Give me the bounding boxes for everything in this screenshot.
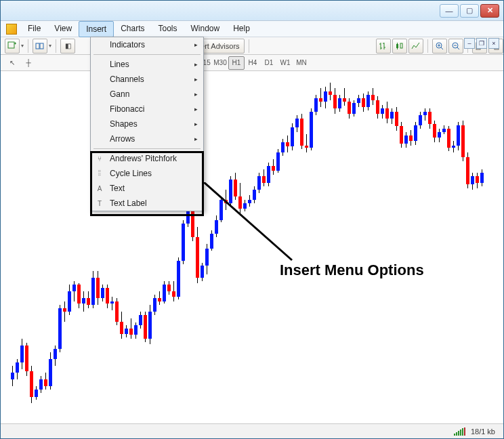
profiles-icon[interactable] bbox=[33, 39, 47, 54]
menu-insert[interactable]: Insert bbox=[79, 21, 114, 37]
titlebar: — ▢ ✕ bbox=[1, 1, 503, 21]
crosshair-icon[interactable]: ┼ bbox=[21, 56, 36, 70]
cycles-icon: ⦙⦙ bbox=[95, 169, 104, 178]
timeframe-h4[interactable]: H4 bbox=[245, 56, 261, 70]
app-window: — ▢ ✕ FileViewInsertChartsToolsWindowHel… bbox=[0, 0, 504, 439]
svg-rect-0 bbox=[8, 42, 14, 48]
mdi-minimize-button[interactable]: – bbox=[464, 38, 475, 49]
app-icon bbox=[6, 24, 17, 35]
cursor-icon[interactable]: ↖ bbox=[5, 56, 20, 70]
maximize-button[interactable]: ▢ bbox=[460, 4, 479, 18]
text-icon: A bbox=[95, 184, 104, 193]
menu-item-gann[interactable]: Gann▸ bbox=[91, 87, 203, 102]
menu-item-andrews-pitchfork[interactable]: ⑂Andrews' Pitchfork bbox=[91, 151, 203, 166]
submenu-arrow-icon: ▸ bbox=[194, 76, 198, 83]
submenu-arrow-icon: ▸ bbox=[194, 91, 198, 98]
menu-tools[interactable]: Tools bbox=[152, 21, 184, 37]
timeframe-d1[interactable]: D1 bbox=[261, 56, 277, 70]
timeframe-w1[interactable]: W1 bbox=[277, 56, 293, 70]
menu-item-text[interactable]: AText bbox=[91, 181, 203, 196]
connection-signal-icon bbox=[454, 427, 465, 436]
menubar: FileViewInsertChartsToolsWindowHelp bbox=[1, 21, 503, 37]
new-chart-icon[interactable] bbox=[5, 39, 20, 54]
zoom-in-icon[interactable] bbox=[432, 39, 447, 54]
bar-chart-icon[interactable] bbox=[376, 39, 391, 54]
timeframe-mn[interactable]: MN bbox=[293, 56, 310, 70]
pitchfork-icon: ⑂ bbox=[95, 154, 104, 163]
svg-rect-2 bbox=[40, 43, 43, 49]
insert-menu-dropdown: Indicators▸Lines▸Channels▸Gann▸Fibonacci… bbox=[90, 37, 204, 211]
svg-rect-1 bbox=[36, 43, 39, 49]
menu-item-shapes[interactable]: Shapes▸ bbox=[91, 117, 203, 131]
menu-item-indicators[interactable]: Indicators▸ bbox=[91, 37, 203, 52]
minimize-button[interactable]: — bbox=[440, 4, 459, 18]
svg-rect-3 bbox=[396, 44, 398, 48]
menu-item-arrows[interactable]: Arrows▸ bbox=[91, 131, 203, 146]
menu-item-fibonacci[interactable]: Fibonacci▸ bbox=[91, 102, 203, 117]
label-icon: T bbox=[95, 198, 104, 208]
svg-rect-4 bbox=[400, 43, 402, 48]
mdi-window-controls: – ❐ × bbox=[464, 38, 499, 49]
menu-help[interactable]: Help bbox=[226, 21, 257, 37]
close-button[interactable]: ✕ bbox=[480, 4, 499, 18]
submenu-arrow-icon: ▸ bbox=[194, 41, 198, 48]
submenu-arrow-icon: ▸ bbox=[194, 61, 198, 68]
submenu-arrow-icon: ▸ bbox=[194, 135, 198, 142]
menu-file[interactable]: File bbox=[21, 21, 47, 37]
menu-view[interactable]: View bbox=[47, 21, 79, 37]
menu-item-lines[interactable]: Lines▸ bbox=[91, 57, 203, 72]
menu-charts[interactable]: Charts bbox=[114, 21, 151, 37]
menu-item-cycle-lines[interactable]: ⦙⦙Cycle Lines bbox=[91, 166, 203, 181]
submenu-arrow-icon: ▸ bbox=[194, 121, 198, 127]
statusbar: 18/1 kb bbox=[1, 423, 503, 438]
mdi-restore-button[interactable]: ❐ bbox=[476, 38, 487, 49]
mdi-close-button[interactable]: × bbox=[488, 38, 499, 49]
menu-item-text-label[interactable]: TText Label bbox=[91, 196, 203, 211]
toolbar-objects: ↖ ┼ M1M5M15M30H1H4D1W1MN bbox=[1, 55, 503, 71]
timeframe-h1[interactable]: H1 bbox=[228, 56, 245, 70]
zoom-out-icon[interactable] bbox=[448, 39, 463, 54]
toolbar-main: ▾ ▾ ◧ w Order ◆ ⬤Expert Advisors bbox=[1, 37, 503, 55]
submenu-arrow-icon: ▸ bbox=[194, 106, 198, 112]
chart-area[interactable] bbox=[1, 71, 503, 423]
timeframe-m30[interactable]: M30 bbox=[212, 56, 228, 70]
market-watch-icon[interactable]: ◧ bbox=[60, 39, 75, 54]
line-chart-icon[interactable] bbox=[408, 39, 423, 54]
annotation-text: Insert Menu Options bbox=[280, 262, 424, 279]
menu-window[interactable]: Window bbox=[184, 21, 227, 37]
connection-traffic: 18/1 kb bbox=[471, 427, 495, 436]
candle-chart-icon[interactable] bbox=[392, 39, 407, 54]
menu-item-channels[interactable]: Channels▸ bbox=[91, 72, 203, 87]
